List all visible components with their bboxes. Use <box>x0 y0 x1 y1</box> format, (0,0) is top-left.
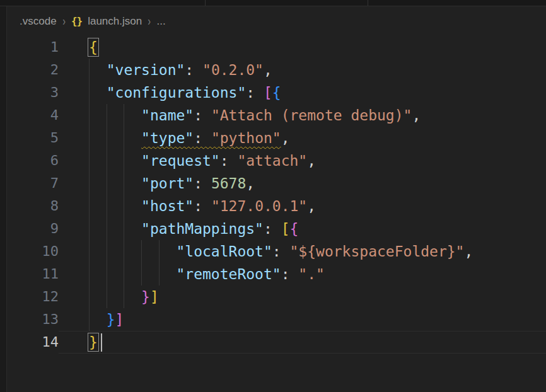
code-line[interactable]: 12 }] <box>8 285 546 308</box>
code-line[interactable]: 8 "host": "127.0.0.1", <box>8 195 546 217</box>
code-line[interactable]: 3 "configurations": [{ <box>8 81 546 104</box>
code-token: "pathMappings" <box>141 221 264 237</box>
code-line[interactable]: 13 }] <box>8 308 546 331</box>
indent-guide <box>89 149 90 172</box>
code-token: [ <box>264 84 272 101</box>
code-line[interactable]: 10 "localRoot": "${workspaceFolder}", <box>8 240 546 263</box>
indent-guide <box>89 217 90 240</box>
indent-guide <box>124 172 124 195</box>
code-line[interactable]: 5 "type": "python", <box>8 127 546 149</box>
code-token: "localRoot" <box>176 243 272 260</box>
code-line-content[interactable]: "port": 5678, <box>59 172 546 195</box>
indent-guide <box>89 263 90 285</box>
code-line-content[interactable]: "pathMappings": [{ <box>59 217 546 240</box>
matched-bracket: { <box>89 39 98 55</box>
indent-guide <box>107 195 107 217</box>
line-number[interactable]: 14 <box>8 331 59 354</box>
code-line[interactable]: 9 "pathMappings": [{ <box>8 217 546 240</box>
breadcrumb: .vscode › {} launch.json › ... <box>8 6 546 36</box>
code-line[interactable]: 14} <box>8 331 546 354</box>
indent-whitespace <box>89 198 141 214</box>
breadcrumb-symbol[interactable]: ... <box>157 15 166 28</box>
indent-guide <box>89 308 90 331</box>
indent-guide <box>159 263 160 285</box>
code-token: 5678 <box>211 175 246 192</box>
code-line[interactable]: 11 "remoteRoot": "." <box>8 263 546 285</box>
indent-guide <box>89 81 90 104</box>
code-token: , <box>264 62 272 78</box>
line-number[interactable]: 2 <box>8 59 59 81</box>
code-line-content[interactable]: "name": "Attach (remote debug)", <box>59 104 546 127</box>
indent-guide <box>89 285 90 308</box>
code-token: { <box>290 221 299 237</box>
code-token: "port" <box>141 175 194 192</box>
code-token: "0.2.0" <box>202 62 264 78</box>
code-line[interactable]: 7 "port": 5678, <box>8 172 546 195</box>
tab-separator <box>205 0 206 6</box>
code-token: ] <box>115 311 124 328</box>
breadcrumb-folder[interactable]: .vscode <box>20 15 57 28</box>
code-line[interactable]: 1{ <box>8 36 546 59</box>
code-token: "name" <box>141 107 194 124</box>
code-line-content[interactable]: } <box>59 331 546 354</box>
line-number[interactable]: 12 <box>8 285 59 308</box>
code-token: "Attach (remote debug)" <box>211 107 412 124</box>
code-line-content[interactable]: "host": "127.0.0.1", <box>59 195 546 217</box>
code-line-content[interactable]: "type": "python", <box>59 127 546 149</box>
line-number[interactable]: 11 <box>8 263 59 285</box>
code-token: , <box>307 198 316 214</box>
code-line-content[interactable]: "request": "attach", <box>59 149 546 172</box>
line-number[interactable]: 10 <box>8 240 59 263</box>
code-token: "host" <box>141 198 194 214</box>
line-number[interactable]: 1 <box>8 36 59 59</box>
indent-whitespace <box>89 130 141 146</box>
breadcrumb-file[interactable]: launch.json <box>88 15 142 28</box>
tab-separator <box>368 0 368 6</box>
indent-guide <box>124 217 124 240</box>
code-token: [ <box>281 221 290 237</box>
code-line[interactable]: 6 "request": "attach", <box>8 149 546 172</box>
code-token: "attach" <box>237 153 307 169</box>
code-editor[interactable]: 1{2 "version": "0.2.0",3 "configurations… <box>8 36 546 392</box>
line-number[interactable]: 6 <box>8 149 59 172</box>
code-token: "request" <box>141 153 220 169</box>
code-line-content[interactable]: }] <box>59 308 546 331</box>
indent-guide <box>107 285 107 308</box>
indent-guide <box>124 240 124 263</box>
indent-guide <box>107 149 107 172</box>
indent-guide <box>124 127 124 149</box>
indent-whitespace <box>89 289 141 305</box>
line-number[interactable]: 4 <box>8 104 59 127</box>
indent-guide <box>107 172 107 195</box>
code-line[interactable]: 2 "version": "0.2.0", <box>8 59 546 81</box>
text-cursor <box>101 333 102 352</box>
line-number[interactable]: 8 <box>8 195 59 217</box>
code-line-content[interactable]: { <box>59 36 546 59</box>
indent-guide <box>124 285 124 308</box>
line-number[interactable]: 5 <box>8 127 59 149</box>
line-number[interactable]: 3 <box>8 81 59 104</box>
indent-guide <box>89 59 90 81</box>
code-line-content[interactable]: "version": "0.2.0", <box>59 59 546 81</box>
code-token: "." <box>298 266 325 282</box>
code-line[interactable]: 4 "name": "Attach (remote debug)", <box>8 104 546 127</box>
code-line-content[interactable]: "configurations": [{ <box>59 81 546 104</box>
code-line-content[interactable]: }] <box>59 285 546 308</box>
indent-whitespace <box>89 311 107 328</box>
code-token: "type" <box>141 130 194 146</box>
indent-guide <box>89 195 90 217</box>
indent-guide <box>124 149 124 172</box>
code-line-content[interactable]: "remoteRoot": "." <box>59 263 546 285</box>
indent-guide <box>124 263 124 285</box>
indent-guide <box>141 240 142 263</box>
code-token: : <box>194 175 211 192</box>
line-number[interactable]: 13 <box>8 308 59 331</box>
indent-guide <box>107 127 107 149</box>
code-line-content[interactable]: "localRoot": "${workspaceFolder}", <box>59 240 546 263</box>
indent-guide <box>141 263 142 285</box>
indent-whitespace <box>89 84 107 101</box>
line-number[interactable]: 7 <box>8 172 59 195</box>
indent-guide <box>124 195 124 217</box>
line-number[interactable]: 9 <box>8 217 59 240</box>
indent-guide <box>107 263 107 285</box>
